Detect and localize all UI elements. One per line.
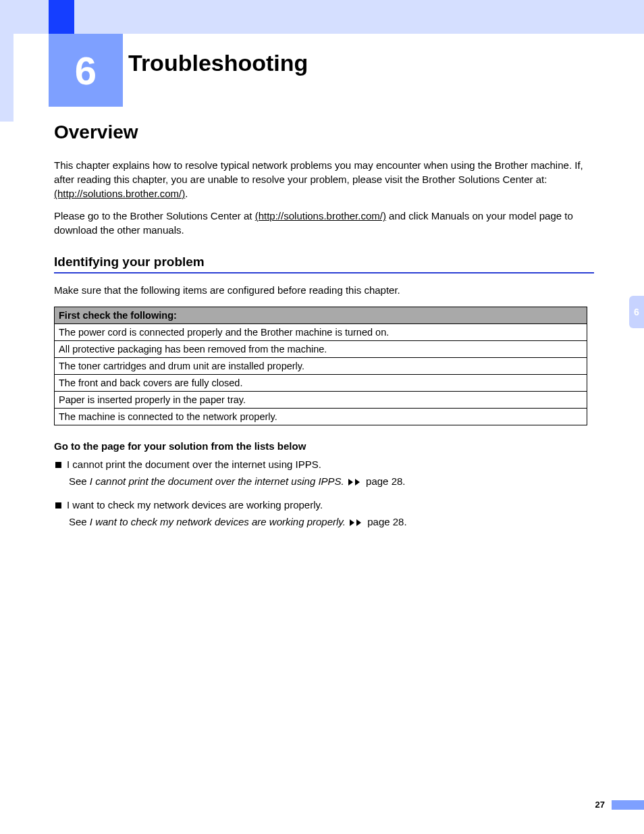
side-tab-label: 6 [634,307,639,317]
table-row: The machine is connected to the network … [55,409,587,425]
bullet-text: I want to check my network devices are w… [67,499,323,511]
table-row: The toner cartridges and drum unit are i… [55,358,587,375]
square-bullet-icon [55,462,61,468]
identify-heading: Identifying your problem [54,255,594,273]
list-item: I want to check my network devices are w… [55,499,594,511]
table-row: Paper is inserted properly in the paper … [55,392,587,409]
overview-paragraph-1: This chapter explains how to resolve typ… [54,158,594,201]
list-item: I cannot print the document over the int… [55,459,594,470]
check-table: First check the following: The power cor… [54,307,587,425]
see-reference: See I cannot print the document over the… [69,475,594,487]
double-arrow-icon [350,519,363,526]
table-row: All protective packaging has been remove… [55,341,587,358]
identify-intro: Make sure that the following items are c… [54,283,594,297]
overview-heading: Overview [54,122,594,143]
chapter-side-tab[interactable]: 6 [629,296,644,328]
chapter-number-box: 6 [49,34,123,107]
table-row: The power cord is connected properly and… [55,324,587,341]
reference-title: I cannot print the document over the int… [90,475,344,487]
double-arrow-icon [348,479,362,486]
page-content: Overview This chapter explains how to re… [54,122,594,540]
overview-paragraph-2: Please go to the Brother Solutions Cente… [54,209,594,237]
solutions-center-link[interactable]: (http://solutions.brother.com/) [54,188,185,199]
text: page 28. [365,516,407,527]
check-table-header: First check the following: [55,307,587,324]
chapter-number: 6 [75,48,97,93]
table-row: The front and back covers are fully clos… [55,375,587,392]
text: See [69,475,90,487]
text: page 28. [363,475,406,487]
text: Please go to the Brother Solutions Cente… [54,210,255,221]
text: See [69,516,90,527]
header-bar [0,0,644,34]
see-reference: See I want to check my network devices a… [69,516,594,527]
reference-title: I want to check my network devices are w… [90,516,346,527]
square-bullet-icon [55,502,61,509]
chapter-title: Troubleshooting [128,50,308,76]
left-stripe [0,34,14,122]
page-number-bar [612,800,644,810]
header-accent [49,0,74,34]
bullet-text: I cannot print the document over the int… [67,459,321,470]
text: . [185,188,188,199]
solutions-center-link[interactable]: (http://solutions.brother.com/) [255,210,386,221]
page-number: 27 [595,800,605,810]
text: This chapter explains how to resolve typ… [54,159,583,185]
golist-heading: Go to the page for your solution from th… [54,440,594,452]
